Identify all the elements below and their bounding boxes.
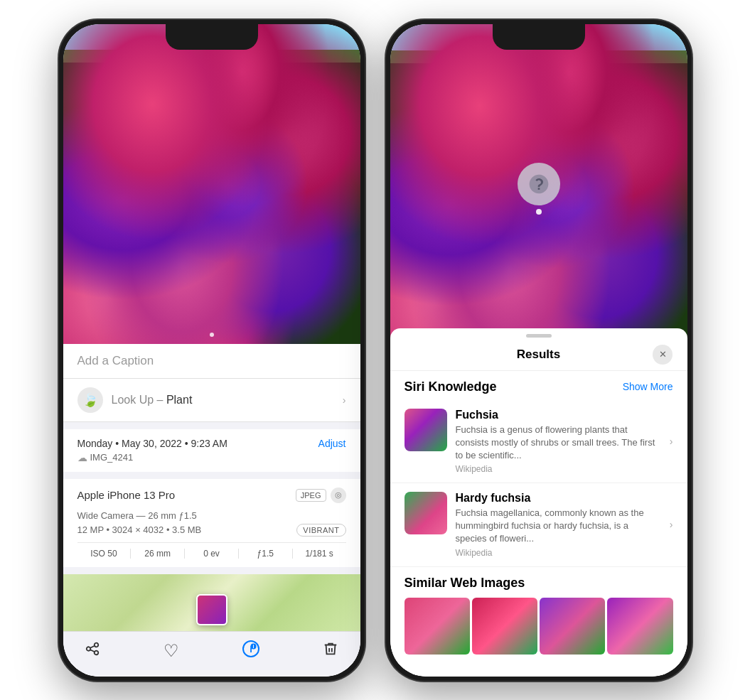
similar-image-2[interactable] [472,598,537,655]
hardy-fuchsia-source: Wikipedia [456,548,661,558]
lookup-row[interactable]: 🍃 Look Up – Plant › [63,379,360,422]
date-text: Monday • May 30, 2022 • 9:23 AM [77,438,227,449]
flower-image [63,24,360,344]
notch-r [493,24,585,50]
device-name-text: Apple iPhone 13 Pro [77,489,176,501]
similar-images-grid [405,598,673,655]
right-screen: Results ✕ Siri Knowledge Show More [390,24,687,677]
results-content: Siri Knowledge Show More Fuchsia Fuchsia… [390,371,687,677]
hardy-fuchsia-text: Hardy fuchsia Fuchsia magellanica, commo… [456,492,661,558]
lookup-chevron-icon: › [343,394,346,406]
close-icon: ✕ [659,349,667,360]
jpeg-badge: JPEG [296,489,326,502]
left-screen: Add a Caption 🍃 Look Up – Plant › [63,24,360,677]
svg-text:i: i [253,644,255,649]
date-row: Monday • May 30, 2022 • 9:23 AM Adjust [77,438,346,449]
filename-text: IMG_4241 [90,452,134,463]
knowledge-item-fuchsia[interactable]: Fuchsia Fuchsia is a genus of flowering … [390,400,687,484]
left-phone: Add a Caption 🍃 Look Up – Plant › [59,20,365,681]
fuchsia-thumbnail [405,409,447,451]
notch [166,24,258,50]
adjust-button[interactable]: Adjust [318,438,346,449]
ev-item: 0 ev [185,549,239,559]
device-badges: JPEG ◎ [296,488,346,503]
fuchsia-chevron-icon: › [670,436,673,447]
similar-image-1[interactable] [405,598,470,655]
right-photo-area [390,24,687,351]
share-button[interactable] [85,641,100,661]
shutter-item: 1/181 s [293,549,346,559]
similar-images-section: Similar Web Images [390,567,687,660]
focal-item: 26 mm [131,549,185,559]
metadata-section: Monday • May 30, 2022 • 9:23 AM Adjust ☁… [63,429,360,472]
map-photo-thumbnail [196,594,227,625]
leaf-icon: 🍃 [82,392,98,408]
knowledge-item-hardy-fuchsia[interactable]: Hardy fuchsia Fuchsia magellanica, commo… [390,483,687,567]
right-screen-content: Results ✕ Siri Knowledge Show More [390,24,687,677]
device-row: Apple iPhone 13 Pro JPEG ◎ [77,488,346,503]
photo-area[interactable] [63,24,360,344]
info-area: Add a Caption 🍃 Look Up – Plant › [63,344,360,677]
siri-knowledge-title: Siri Knowledge [405,379,497,394]
close-button[interactable]: ✕ [653,345,673,365]
map-section[interactable] [63,574,360,631]
aperture-item: ƒ1.5 [239,549,293,559]
caption-area[interactable]: Add a Caption [63,344,360,379]
hardy-fuchsia-chevron-icon: › [670,519,673,530]
iso-row: ISO 50 26 mm 0 ev ƒ1.5 1/181 s [77,542,346,559]
caption-placeholder: Add a Caption [77,354,154,367]
left-screen-content: Add a Caption 🍃 Look Up – Plant › [63,24,360,677]
siri-dot [536,209,542,215]
lookup-label: Look Up – Plant [112,394,193,406]
trash-button[interactable] [323,641,338,661]
info-button[interactable]: i i [242,640,259,662]
mp-row: 12 MP • 3024 × 4032 • 3.5 MB VIBRANT [77,524,346,537]
show-more-button[interactable]: Show More [623,381,673,392]
fuchsia-description: Fuchsia is a genus of flowering plants t… [456,424,661,463]
results-panel: Results ✕ Siri Knowledge Show More [390,328,687,677]
similar-image-4[interactable] [607,598,673,655]
hardy-fuchsia-thumbnail [405,492,447,534]
fuchsia-text: Fuchsia Fuchsia is a genus of flowering … [456,409,661,475]
page-indicator-dot [210,333,214,337]
results-header: Results ✕ [390,338,687,371]
similar-image-3[interactable] [540,598,605,655]
right-phone: Results ✕ Siri Knowledge Show More [386,20,692,681]
bottom-toolbar: ♡ i i [63,631,360,677]
hardy-fuchsia-title: Hardy fuchsia [456,492,661,505]
siri-visual-lookup-button[interactable] [518,163,560,205]
iso-item: ISO 50 [77,549,132,559]
mp-specs-text: 12 MP • 3024 × 4032 • 3.5 MB [77,524,202,535]
hardy-fuchsia-description: Fuchsia magellanica, commonly known as t… [456,507,661,546]
location-icon: ◎ [331,488,346,503]
heart-button[interactable]: ♡ [164,641,179,661]
fuchsia-title: Fuchsia [456,409,661,421]
similar-images-title: Similar Web Images [405,576,673,591]
cloud-icon: ☁ [77,452,87,463]
phones-container: Add a Caption 🍃 Look Up – Plant › [45,6,706,695]
device-section: Apple iPhone 13 Pro JPEG ◎ Wide Camera —… [63,479,360,567]
siri-lookup-icon: 🍃 [77,387,103,413]
filename-row: ☁ IMG_4241 [77,452,346,463]
camera-specs-text: Wide Camera — 26 mm ƒ1.5 [77,510,346,521]
fuchsia-source: Wikipedia [456,464,661,474]
siri-knowledge-header: Siri Knowledge Show More [390,371,687,400]
vibrant-badge: VIBRANT [296,524,345,537]
results-title: Results [517,348,560,362]
